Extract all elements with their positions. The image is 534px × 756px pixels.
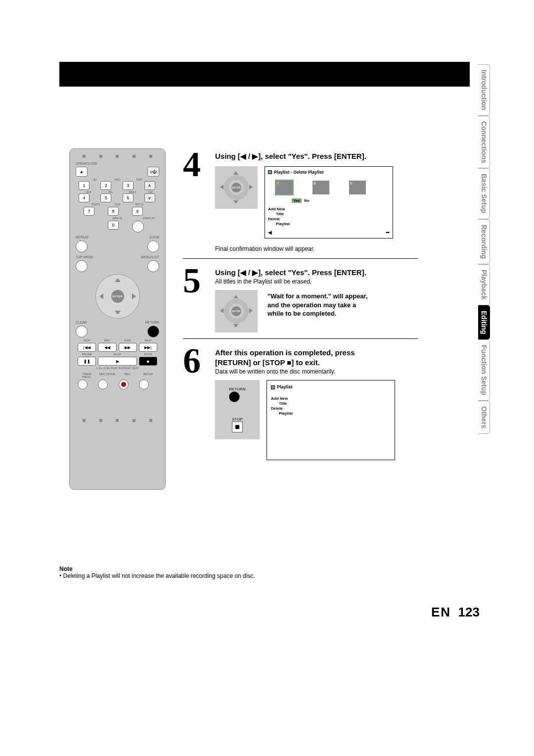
enter-button[interactable]: ENTER [111, 290, 124, 303]
manual-page: Introduction Connections Basic Setup Rec… [0, 0, 534, 756]
key-0[interactable]: 0 [108, 221, 119, 230]
step-5-title: Using [◀ / ▶], select "Yes". Press [ENTE… [215, 268, 418, 278]
step-6-sub: Data will be written onto the disc momen… [215, 368, 418, 375]
tab-introduction[interactable]: Introduction [478, 64, 490, 116]
step-6: 6 After this operation is completed, pre… [183, 345, 418, 460]
step-5-wait-text: "Wait for a moment." will appear, and th… [267, 290, 368, 318]
return-icon [229, 391, 240, 402]
tab-function-setup[interactable]: Function Setup [478, 339, 490, 401]
header-black-bar [59, 62, 470, 87]
remote-control-diagram: OPEN/CLOSE ▲ I/⏻ @!:ABCDEF 1 2 3 ∧ GHIJK… [69, 148, 166, 490]
step-4-title: Using [◀ / ▶], select "Yes". Press [ENTE… [215, 151, 418, 161]
eject-button[interactable]: ▲ [76, 167, 88, 177]
key-8[interactable]: 8 [108, 207, 119, 216]
display-button[interactable] [132, 221, 144, 233]
key-5[interactable]: 5 [100, 193, 111, 202]
ch-down[interactable]: ∨ [144, 193, 155, 202]
return-stop-icons: RETURN STOP [215, 380, 260, 439]
note-body: • Deleting a Playlist will not increase … [59, 572, 405, 579]
skip-fwd[interactable]: ▶▶| [139, 343, 157, 352]
dpad-icon: ENTER [215, 166, 258, 209]
timer-prog[interactable] [78, 379, 88, 389]
step-number: 6 [183, 345, 215, 460]
option-yes[interactable]: Yes [292, 198, 302, 203]
dpad-icon: ENTER [215, 290, 258, 332]
micro-label: 1.3x / 0.8x PLAY INSTANT SKIP [76, 367, 159, 370]
key-2[interactable]: 2 [100, 181, 111, 190]
repeat-button[interactable] [76, 240, 88, 252]
key-9[interactable]: 9 [132, 207, 143, 216]
step-6-title: After this operation is completed, press… [215, 348, 418, 367]
return-button[interactable] [147, 326, 159, 337]
step-4: 4 Using [◀ / ▶], select "Yes". Press [EN… [183, 148, 418, 252]
remote-dpad[interactable]: ENTER [95, 274, 140, 319]
tab-editing[interactable]: Editing [478, 305, 490, 339]
green-square-icon [271, 385, 275, 389]
pause[interactable]: ❚❚ [78, 357, 96, 366]
step-4-confirmation: Final confirmation window will appear. [215, 245, 418, 252]
step-5-sub: All titles in the Playlist will be erase… [215, 278, 418, 285]
key-6[interactable]: 6 [123, 193, 134, 202]
tab-connections[interactable]: Connections [478, 116, 490, 169]
clear-button[interactable] [76, 326, 88, 337]
return-label: RETURN [229, 387, 245, 391]
key-7[interactable]: 7 [84, 207, 94, 216]
key-3[interactable]: 3 [123, 181, 134, 190]
key-4[interactable]: 4 [79, 193, 89, 202]
tab-basic-setup[interactable]: Basic Setup [478, 168, 490, 219]
zoom-button[interactable] [147, 240, 159, 252]
tab-others[interactable]: Others [478, 401, 490, 434]
note-heading: Note [59, 566, 405, 572]
tab-recording[interactable]: Recording [478, 219, 490, 264]
thumb-9: 9 [349, 181, 366, 194]
note-section: Note • Deleting a Playlist will not incr… [59, 566, 405, 579]
rec-mode[interactable] [98, 379, 108, 389]
topmenu-button[interactable] [76, 260, 88, 272]
option-no[interactable]: No [303, 198, 311, 203]
step-number: 4 [183, 148, 215, 252]
key-1[interactable]: 1 [79, 181, 89, 190]
osd-delete-playlist: Playlist - Delete Playlist 7 8 9 Yes No … [265, 166, 393, 238]
step-5: 5 Using [◀ / ▶], select "Yes". Press [EN… [183, 265, 418, 333]
ch-up[interactable]: ∧ [144, 181, 155, 190]
right-arrow-icon: ➡ [386, 230, 390, 235]
rev[interactable]: ◀◀ [98, 343, 116, 352]
setup[interactable] [139, 379, 149, 389]
stop-icon [232, 422, 243, 432]
separator [183, 338, 418, 339]
left-arrow-icon: ◀ [268, 230, 272, 235]
osd-playlist: Playlist Add New Title Delete Playlist [267, 380, 395, 460]
separator [183, 258, 418, 259]
stop[interactable]: ■ [139, 357, 157, 366]
thumb-8: 8 [312, 181, 329, 194]
page-number: EN 123 [431, 605, 480, 620]
menulist-button[interactable] [147, 260, 159, 272]
stop-label: STOP [232, 417, 243, 422]
label-openclose: OPEN/CLOSE [76, 162, 159, 165]
yes-no-prompt: Yes No [292, 198, 390, 203]
skip-back[interactable]: |◀◀ [78, 343, 96, 352]
green-square-icon [268, 170, 272, 174]
instruction-steps: 4 Using [◀ / ▶], select "Yes". Press [EN… [183, 148, 418, 465]
thumb-7: 7 [276, 181, 293, 194]
step-number: 5 [183, 265, 215, 333]
section-tabs: Introduction Connections Basic Setup Rec… [478, 64, 507, 434]
rec[interactable] [119, 379, 129, 389]
power-button[interactable]: I/⏻ [147, 167, 159, 177]
tab-playback[interactable]: Playback [478, 264, 490, 305]
play[interactable]: ▶ [98, 357, 137, 366]
fwd[interactable]: ▶▶ [119, 343, 137, 352]
